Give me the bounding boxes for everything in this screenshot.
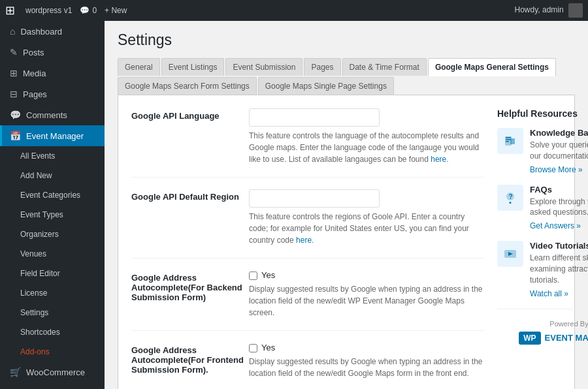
sidebar-item-field-editor[interactable]: Field Editor — [0, 264, 105, 283]
knowledge-base-desc: Solve your queries by browsing our docum… — [530, 140, 588, 162]
faqs-title: FAQs — [530, 185, 588, 194]
sidebar-item-all-events[interactable]: All Events — [0, 146, 105, 166]
tab-date-time[interactable]: Date & Time Format — [342, 58, 427, 76]
tab-general[interactable]: General — [118, 58, 160, 76]
brand-event-manager: EVENT MANAGER — [545, 333, 588, 343]
video-tutorials-desc: Learn different skills by examining attr… — [530, 253, 588, 285]
video-tutorials-icon — [497, 241, 523, 267]
event-manager-icon: 📅 — [10, 131, 21, 141]
page-title: Settings — [118, 31, 575, 49]
svg-rect-3 — [506, 139, 511, 140]
autocomplete-backend-checkbox[interactable] — [249, 272, 257, 280]
sidebar-item-posts[interactable]: ✎ Posts — [0, 42, 105, 63]
autocomplete-backend-field: Yes Display suggested results by Google … — [249, 270, 484, 319]
main-content: Settings General Event Listings Event Su… — [105, 21, 588, 389]
autocomplete-frontend-description: Display suggested results by Google when… — [249, 356, 484, 379]
svg-rect-5 — [510, 138, 515, 144]
knowledge-base-link[interactable]: Browse More » — [530, 165, 583, 174]
svg-rect-4 — [506, 141, 509, 142]
form-row-api-region: Google API Default Region This feature c… — [131, 189, 484, 258]
helpful-resources-title: Helpful Resources — [497, 108, 588, 119]
powered-by: Powered By WP EVENT MANAGER — [497, 309, 588, 345]
api-language-input[interactable] — [249, 108, 380, 127]
api-language-label: Google API Language — [131, 108, 249, 165]
sidebar-item-woocommerce[interactable]: 🛒 WooCommerce — [0, 362, 105, 382]
posts-icon: ✎ — [10, 47, 18, 57]
autocomplete-frontend-label: Google Address Autocomplete(For Frontend… — [131, 343, 249, 379]
form-row-api-language: Google API Language This feature control… — [131, 108, 484, 178]
sidebar-item-organizers[interactable]: Organizers — [0, 225, 105, 244]
faqs-text: FAQs Explore through the frequently aske… — [530, 185, 588, 231]
adminbar-comments[interactable]: 💬 0 — [80, 6, 97, 15]
svg-rect-2 — [506, 137, 511, 138]
api-region-field: This feature controls the regions of Goo… — [249, 189, 484, 246]
api-region-input[interactable] — [249, 189, 380, 208]
tab-gmaps-search[interactable]: Google Maps Search Form Settings — [118, 77, 257, 95]
adminbar-avatar — [568, 3, 583, 18]
sidebar-item-settings[interactable]: Settings — [0, 303, 105, 322]
autocomplete-backend-checkbox-row: Yes — [249, 270, 484, 280]
media-icon: ⊞ — [10, 68, 18, 78]
api-region-description: This feature controls the regions of Goo… — [249, 211, 484, 246]
form-row-autocomplete-frontend: Google Address Autocomplete(For Frontend… — [131, 343, 484, 389]
resource-faqs: ? FAQs Explore through the frequently as… — [497, 185, 588, 231]
video-tutorials-text: Video Tutorials Learn different skills b… — [530, 241, 588, 298]
api-region-link[interactable]: here — [296, 236, 312, 245]
sidebar-item-venues[interactable]: Venues — [0, 244, 105, 264]
api-region-label: Google API Default Region — [131, 189, 249, 246]
autocomplete-backend-label: Google Address Autocomplete(For Backend … — [131, 270, 249, 319]
tab-gmaps-general[interactable]: Google Maps General Settings — [428, 58, 556, 76]
tab-pages[interactable]: Pages — [304, 58, 340, 76]
sidebar: ⌂ Dashboard ✎ Posts ⊞ Media ⊟ Pages 💬 Co… — [0, 21, 105, 389]
video-tutorials-link[interactable]: Watch all » — [530, 289, 568, 298]
svg-text:?: ? — [509, 193, 513, 200]
autocomplete-frontend-field: Yes Display suggested results by Google … — [249, 343, 484, 379]
sidebar-item-media[interactable]: ⊞ Media — [0, 63, 105, 84]
resource-knowledge-base: Knowledge Base Solve your queries by bro… — [497, 128, 588, 174]
api-language-field: This feature controls the language of th… — [249, 108, 484, 165]
settings-panel: Google API Language This feature control… — [118, 95, 575, 389]
sidebar-item-comments[interactable]: 💬 Comments — [0, 104, 105, 125]
settings-tabs: General Event Listings Event Submission … — [118, 58, 575, 95]
admin-bar: ⊞ wordpress v1 💬 0 + New Howdy, admin — [0, 0, 588, 21]
tab-gmaps-single[interactable]: Google Maps Single Page Settings — [258, 77, 394, 95]
autocomplete-frontend-checkbox-label: Yes — [261, 343, 275, 352]
video-tutorials-title: Video Tutorials — [530, 241, 588, 251]
tab-event-listings[interactable]: Event Listings — [161, 58, 225, 76]
knowledge-base-title: Knowledge Base — [530, 128, 588, 138]
api-language-link[interactable]: here — [431, 155, 446, 164]
faqs-desc: Explore through the frequently asked que… — [530, 196, 588, 219]
faqs-link[interactable]: Get Answers » — [530, 221, 581, 230]
adminbar-new[interactable]: + New — [105, 6, 127, 15]
dashboard-icon: ⌂ — [10, 26, 15, 37]
api-language-description: This feature controls the language of th… — [249, 130, 484, 165]
autocomplete-backend-checkbox-label: Yes — [261, 270, 275, 280]
brand-wp: WP — [519, 332, 540, 345]
faqs-icon: ? — [497, 185, 523, 211]
sidebar-item-event-types[interactable]: Event Types — [0, 205, 105, 225]
wp-logo-icon[interactable]: ⊞ — [5, 3, 15, 18]
powered-by-text: Powered By — [497, 320, 588, 328]
settings-form: Google API Language This feature control… — [131, 108, 484, 389]
adminbar-site[interactable]: wordpress v1 — [25, 6, 72, 15]
sidebar-item-license[interactable]: License — [0, 283, 105, 303]
tab-event-submission[interactable]: Event Submission — [225, 58, 302, 76]
autocomplete-frontend-checkbox[interactable] — [249, 344, 257, 352]
svg-rect-9 — [510, 202, 512, 204]
comments-icon: 💬 — [10, 110, 21, 120]
helpful-resources: Helpful Resources Kn — [497, 108, 588, 389]
sidebar-item-add-new[interactable]: Add New — [0, 166, 105, 185]
sidebar-item-products[interactable]: Products — [0, 382, 105, 389]
knowledge-base-icon — [497, 128, 523, 154]
autocomplete-frontend-checkbox-row: Yes — [249, 343, 484, 352]
sidebar-item-addons[interactable]: Add-ons — [0, 342, 105, 362]
sidebar-item-dashboard[interactable]: ⌂ Dashboard — [0, 21, 105, 42]
pages-icon: ⊟ — [10, 89, 18, 99]
sidebar-item-event-categories[interactable]: Event Categories — [0, 185, 105, 205]
resource-video-tutorials: Video Tutorials Learn different skills b… — [497, 241, 588, 298]
sidebar-item-pages[interactable]: ⊟ Pages — [0, 84, 105, 104]
adminbar-howdy[interactable]: Howdy, admin — [515, 3, 583, 18]
sidebar-item-shortcodes[interactable]: Shortcodes — [0, 322, 105, 342]
woocommerce-icon: 🛒 — [10, 367, 21, 377]
sidebar-item-event-manager[interactable]: 📅 Event Manager — [0, 125, 105, 146]
